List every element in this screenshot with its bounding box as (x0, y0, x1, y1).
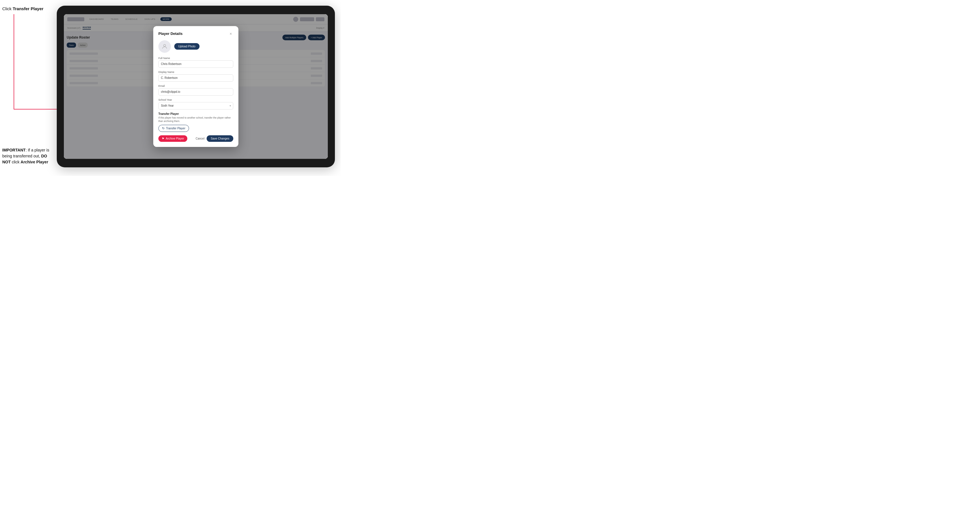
school-year-select-wrapper: First Year Second Year Third Year Fourth… (158, 102, 233, 110)
photo-section: Upload Photo (158, 40, 233, 53)
transfer-icon: ↻ (162, 127, 165, 130)
display-name-group: Display Name (158, 71, 233, 82)
transfer-section: Transfer Player If this player has moved… (158, 112, 233, 132)
instruction-text2: click (11, 160, 21, 164)
email-input[interactable] (158, 88, 233, 95)
instruction-top: Click Transfer Player (2, 6, 43, 11)
tablet-frame: DASHBOARD TEAMS SCHEDULE SIGN UPS MORE S… (57, 6, 335, 167)
school-year-group: School Year First Year Second Year Third… (158, 98, 233, 110)
archive-label: Archive Player (166, 137, 184, 140)
display-name-input[interactable] (158, 74, 233, 82)
archive-player-button[interactable]: ⚑ Archive Player (158, 135, 187, 142)
school-year-label: School Year (158, 98, 233, 101)
instruction-bold: Transfer Player (13, 6, 43, 11)
display-name-label: Display Name (158, 71, 233, 73)
red-vertical-line (14, 14, 14, 110)
modal-title: Player Details (158, 32, 183, 36)
modal-header: Player Details × (158, 31, 233, 36)
school-year-select[interactable]: First Year Second Year Third Year Fourth… (158, 102, 233, 110)
instruction-important: IMPORTANT (2, 148, 25, 152)
full-name-input[interactable] (158, 60, 233, 68)
instruction-prefix: Click (2, 6, 13, 11)
transfer-player-button[interactable]: ↻ Transfer Player (158, 125, 189, 132)
photo-placeholder (158, 40, 171, 53)
modal-overlay: Player Details × Upload Photo Full N (64, 14, 328, 159)
email-label: Email (158, 84, 233, 87)
instruction-bottom: IMPORTANT: If a player is being transfer… (2, 147, 55, 165)
modal-footer: ⚑ Archive Player Cancel Save Changes (158, 135, 233, 142)
cancel-button[interactable]: Cancel (196, 137, 204, 140)
tablet-screen: DASHBOARD TEAMS SCHEDULE SIGN UPS MORE S… (64, 14, 328, 159)
instruction-archive: Archive Player (21, 160, 48, 164)
transfer-description: If this player has moved to another scho… (158, 116, 233, 123)
player-details-modal: Player Details × Upload Photo Full N (153, 26, 239, 147)
transfer-btn-label: Transfer Player (166, 127, 185, 130)
svg-point-0 (164, 44, 165, 46)
save-changes-button[interactable]: Save Changes (207, 135, 233, 142)
email-group: Email (158, 84, 233, 95)
transfer-section-label: Transfer Player (158, 112, 233, 116)
modal-close-button[interactable]: × (228, 31, 233, 36)
upload-photo-button[interactable]: Upload Photo (174, 43, 199, 50)
full-name-group: Full Name (158, 57, 233, 68)
archive-icon: ⚑ (162, 137, 164, 140)
full-name-label: Full Name (158, 57, 233, 60)
